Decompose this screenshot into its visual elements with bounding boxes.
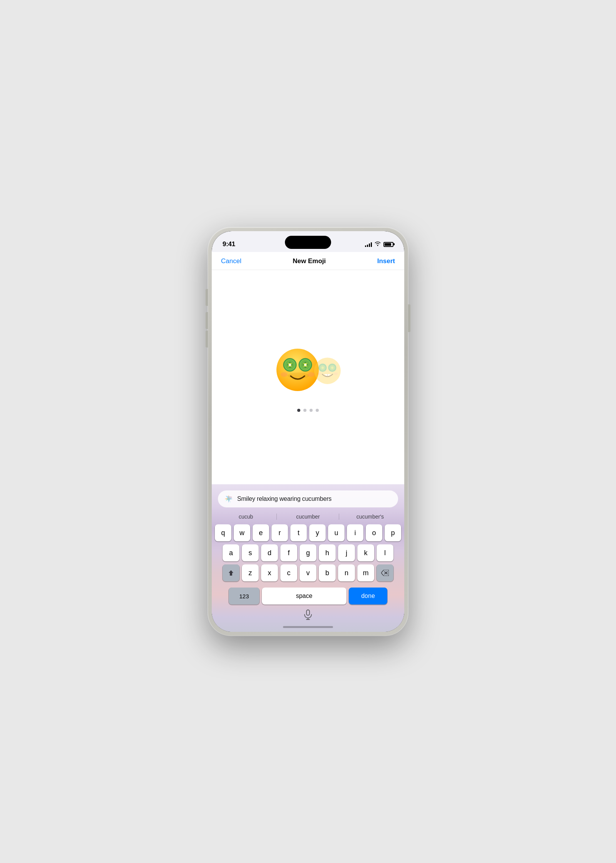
key-n[interactable]: n [338,564,355,581]
mic-area [212,607,404,624]
action-row: 123 space done [215,584,401,607]
key-c[interactable]: c [280,564,297,581]
nav-bar: Cancel New Emoji Insert [212,252,404,270]
key-row-3: z x c v b n m [215,564,401,581]
autocomplete-item-3[interactable]: cucumber's [339,511,401,522]
key-y[interactable]: y [309,524,326,541]
search-container: Smiley relaxing wearing cucumbers [212,487,404,510]
emoji-carousel [219,343,397,403]
key-row-2: a s d f g h j k l [215,544,401,561]
insert-button[interactable]: Insert [377,257,395,265]
key-a[interactable]: a [223,544,239,561]
autocomplete-item-2[interactable]: cucumber [277,511,339,522]
signal-icon [365,242,372,247]
autocomplete-item-1[interactable]: cucub [215,511,277,522]
key-g[interactable]: g [300,544,316,561]
battery-icon [383,242,393,247]
svg-point-32 [331,366,333,369]
status-icons [365,241,393,247]
phone-inner: 9:41 [212,231,404,632]
shift-key[interactable] [223,564,239,581]
key-w[interactable]: w [234,524,250,541]
key-l[interactable]: l [377,544,393,561]
home-bar [283,626,333,628]
key-k[interactable]: k [357,544,374,561]
search-input-wrap[interactable]: Smiley relaxing wearing cucumbers [218,490,398,507]
page-dots [297,409,319,412]
key-row-1: q w e r t y u i o p [215,524,401,541]
delete-key[interactable] [377,564,393,581]
done-key[interactable]: done [349,588,387,604]
apple-intelligence-icon [224,494,233,504]
key-e[interactable]: e [253,524,269,541]
svg-point-29 [321,366,323,369]
search-input[interactable]: Smiley relaxing wearing cucumbers [237,495,392,502]
svg-point-18 [304,364,306,366]
key-d[interactable]: d [261,544,278,561]
screen: 9:41 [212,231,404,632]
numbers-key[interactable]: 123 [229,588,259,604]
svg-rect-38 [306,610,310,615]
svg-point-26 [314,358,341,384]
phone-frame: 9:41 [208,227,408,636]
page-dot-1[interactable] [297,409,300,412]
svg-point-24 [281,372,288,377]
key-q[interactable]: q [215,524,231,541]
key-r[interactable]: r [271,524,288,541]
key-f[interactable]: f [280,544,297,561]
page-dot-4[interactable] [316,409,319,412]
keyboard: q w e r t y u i o p a s [212,523,404,607]
key-s[interactable]: s [242,544,259,561]
key-v[interactable]: v [300,564,316,581]
key-j[interactable]: j [338,544,355,561]
key-o[interactable]: o [366,524,382,541]
key-b[interactable]: b [319,564,336,581]
emoji-display-area [212,270,404,484]
keyboard-area: Smiley relaxing wearing cucumbers cucub … [212,484,404,632]
key-i[interactable]: i [347,524,363,541]
microphone-icon[interactable] [303,609,313,620]
key-u[interactable]: u [328,524,345,541]
status-time: 9:41 [223,240,235,248]
key-t[interactable]: t [290,524,307,541]
svg-point-34 [317,373,321,375]
battery-fill [385,243,391,246]
home-indicator [212,624,404,632]
key-p[interactable]: p [385,524,401,541]
svg-point-0 [276,349,319,391]
svg-point-7 [289,364,291,366]
wifi-icon [375,241,381,247]
secondary-emoji [313,356,342,390]
key-z[interactable]: z [242,564,259,581]
key-x[interactable]: x [261,564,278,581]
page-dot-3[interactable] [310,409,313,412]
space-key[interactable]: space [262,588,346,604]
svg-point-35 [334,373,338,375]
page-dot-2[interactable] [303,409,306,412]
key-h[interactable]: h [319,544,336,561]
autocomplete-bar: cucub cucumber cucumber's [212,510,404,523]
key-m[interactable]: m [357,564,374,581]
page-title: New Emoji [293,257,326,265]
cancel-button[interactable]: Cancel [221,257,241,265]
dynamic-island [285,236,331,249]
